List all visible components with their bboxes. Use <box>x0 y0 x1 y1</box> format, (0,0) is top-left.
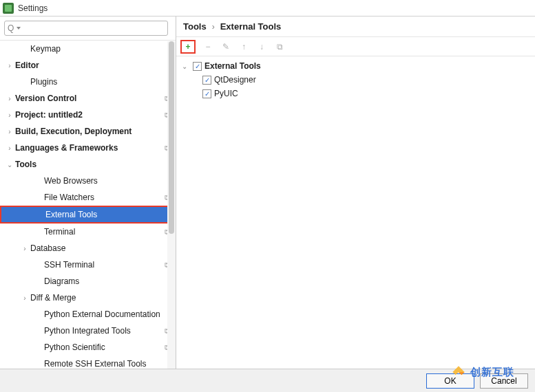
search-icon: Q <box>8 23 14 33</box>
root-checkbox[interactable]: ✓ <box>193 62 202 71</box>
tree-child-row[interactable]: ✓QtDesigner <box>182 73 529 87</box>
checkbox[interactable]: ✓ <box>202 89 211 98</box>
chevron-icon[interactable]: › <box>19 294 30 302</box>
sidebar-item[interactable]: Python External Documentation <box>0 306 176 323</box>
chevron-icon[interactable]: › <box>4 128 15 135</box>
cancel-button[interactable]: Cancel <box>480 373 528 389</box>
sidebar-item[interactable]: Python Integrated Tools⧉ <box>0 323 176 339</box>
breadcrumb-root[interactable]: Tools <box>183 21 207 32</box>
sidebar-item[interactable]: Plugins <box>0 74 176 90</box>
ok-button[interactable]: OK <box>426 373 474 389</box>
move-up-button[interactable]: ↑ <box>238 41 249 52</box>
add-button[interactable]: + <box>180 40 196 54</box>
breadcrumb-sep: › <box>212 22 215 32</box>
plus-icon: + <box>185 42 190 52</box>
sidebar-item-label: Languages & Frameworks <box>15 143 118 153</box>
main-panel: Tools › External Tools + − ✎ ↑ ↓ ⧉ ⌄ ✓ E… <box>176 17 535 369</box>
titlebar: Settings <box>0 0 535 17</box>
settings-tree[interactable]: Keymap›EditorPlugins›Version Control⧉›Pr… <box>0 41 176 369</box>
sidebar-item-label: Editor <box>15 61 39 70</box>
sidebar-item-label: Python Integrated Tools <box>44 326 131 336</box>
remove-button[interactable]: − <box>202 41 213 52</box>
sidebar-item-label: Terminal <box>44 227 75 237</box>
sidebar-item[interactable]: ›Build, Execution, Deployment <box>0 123 176 140</box>
sidebar-item-label: Python Scientific <box>44 342 105 352</box>
move-down-button[interactable]: ↓ <box>256 41 267 52</box>
sidebar: Q Keymap›EditorPlugins›Version Control⧉›… <box>0 17 176 369</box>
sidebar-item-label: Plugins <box>30 77 57 87</box>
content: Q Keymap›EditorPlugins›Version Control⧉›… <box>0 17 535 369</box>
chevron-icon[interactable]: › <box>4 111 15 119</box>
sidebar-item[interactable]: Web Browsers <box>0 173 176 189</box>
toolbar: + − ✎ ↑ ↓ ⧉ <box>176 37 535 56</box>
sidebar-item[interactable]: Remote SSH External Tools <box>0 356 176 369</box>
sidebar-scrollbar[interactable] <box>167 41 176 369</box>
search-dropdown-icon[interactable] <box>17 27 21 30</box>
sidebar-item[interactable]: ›Version Control⧉ <box>0 90 176 107</box>
sidebar-item[interactable]: ›Editor <box>0 57 176 74</box>
sidebar-item-label: SSH Terminal <box>44 260 94 270</box>
sidebar-item-label: Keymap <box>30 44 61 54</box>
sidebar-item-label: External Tools <box>45 210 97 219</box>
sidebar-item-label: Remote SSH External Tools <box>44 359 147 369</box>
sidebar-item-label: File Watchers <box>44 193 94 202</box>
edit-button[interactable]: ✎ <box>220 41 231 52</box>
breadcrumb-leaf: External Tools <box>220 21 282 32</box>
root-label: External Tools <box>204 61 261 71</box>
dialog-footer: OK Cancel <box>0 369 535 392</box>
sidebar-item[interactable]: Diagrams <box>0 273 176 290</box>
search-row: Q <box>0 17 176 41</box>
sidebar-item-label: Build, Execution, Deployment <box>15 127 132 136</box>
sidebar-item[interactable]: ›Diff & Merge <box>0 290 176 306</box>
checkbox[interactable]: ✓ <box>202 76 211 85</box>
sidebar-item-label: Diff & Merge <box>30 293 76 303</box>
search-input[interactable] <box>23 23 165 33</box>
sidebar-item-label: Tools <box>15 160 36 169</box>
chevron-down-icon[interactable]: ⌄ <box>182 63 190 70</box>
sidebar-item-label: Project: untitled2 <box>15 110 83 120</box>
sidebar-item-label: Diagrams <box>44 276 79 286</box>
sidebar-item[interactable]: External Tools <box>0 206 176 224</box>
sidebar-item-label: Python External Documentation <box>44 309 160 319</box>
chevron-icon[interactable]: › <box>4 95 15 102</box>
sidebar-item[interactable]: Python Scientific⧉ <box>0 339 176 356</box>
chevron-icon[interactable]: › <box>19 245 30 252</box>
sidebar-item[interactable]: ›Languages & Frameworks⧉ <box>0 140 176 156</box>
sidebar-item[interactable]: ›Project: untitled2⧉ <box>0 107 176 123</box>
breadcrumb: Tools › External Tools <box>176 17 535 37</box>
tree-child-label: QtDesigner <box>214 75 256 85</box>
scrollbar-thumb[interactable] <box>169 41 174 234</box>
chevron-icon[interactable]: › <box>4 144 15 152</box>
sidebar-item[interactable]: ›Database <box>0 240 176 257</box>
app-icon <box>3 3 14 14</box>
sidebar-item-label: Version Control <box>15 94 76 103</box>
tree-child-label: PyUIC <box>214 89 238 98</box>
sidebar-item[interactable]: Keymap <box>0 41 176 57</box>
copy-button[interactable]: ⧉ <box>274 41 285 52</box>
sidebar-item[interactable]: Terminal⧉ <box>0 224 176 240</box>
sidebar-item-label: Database <box>30 243 65 253</box>
sidebar-item[interactable]: SSH Terminal⧉ <box>0 257 176 273</box>
tree-child-row[interactable]: ✓PyUIC <box>182 87 529 100</box>
chevron-icon[interactable]: ⌄ <box>4 161 15 168</box>
sidebar-item-label: Web Browsers <box>44 176 98 186</box>
chevron-icon[interactable]: › <box>4 62 15 69</box>
sidebar-item[interactable]: File Watchers⧉ <box>0 189 176 206</box>
search-box[interactable]: Q <box>4 21 168 36</box>
window-title: Settings <box>18 3 48 13</box>
tree-root-row[interactable]: ⌄ ✓ External Tools <box>182 59 529 73</box>
sidebar-item[interactable]: ⌄Tools <box>0 156 176 173</box>
external-tools-tree: ⌄ ✓ External Tools ✓QtDesigner✓PyUIC <box>176 56 535 369</box>
